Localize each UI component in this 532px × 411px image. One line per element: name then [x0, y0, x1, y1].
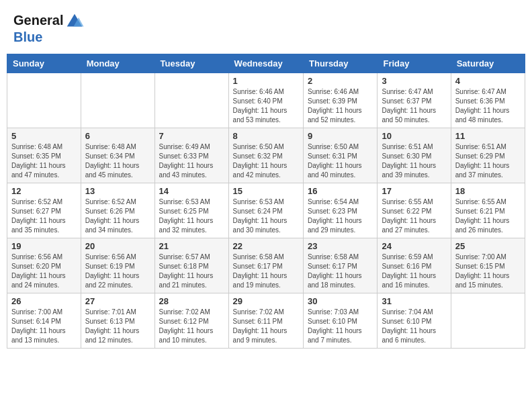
weekday-header-tuesday: Tuesday	[154, 54, 228, 73]
day-number: 10	[382, 131, 446, 141]
calendar-day-cell: 17Sunrise: 6:55 AM Sunset: 6:22 PM Dayli…	[378, 183, 451, 238]
day-info: Sunrise: 6:57 AM Sunset: 6:18 PM Dayligh…	[159, 253, 224, 290]
calendar-day-cell: 15Sunrise: 6:53 AM Sunset: 6:24 PM Dayli…	[228, 183, 303, 238]
weekday-header-wednesday: Wednesday	[228, 54, 303, 73]
calendar-day-cell: 16Sunrise: 6:54 AM Sunset: 6:23 PM Dayli…	[304, 183, 378, 238]
day-number: 25	[455, 241, 521, 251]
day-number: 30	[308, 296, 373, 306]
calendar-day-cell: 23Sunrise: 6:58 AM Sunset: 6:17 PM Dayli…	[304, 238, 378, 293]
page-header: General Blue	[7, 7, 525, 47]
empty-cell	[81, 73, 154, 128]
day-number: 2	[308, 76, 373, 86]
day-number: 19	[11, 241, 77, 251]
calendar-day-cell: 28Sunrise: 7:02 AM Sunset: 6:12 PM Dayli…	[154, 293, 228, 349]
day-number: 7	[159, 131, 224, 141]
day-number: 9	[308, 131, 373, 141]
calendar-day-cell: 18Sunrise: 6:55 AM Sunset: 6:21 PM Dayli…	[451, 183, 525, 238]
empty-cell	[7, 73, 81, 128]
weekday-header-thursday: Thursday	[304, 54, 378, 73]
day-info: Sunrise: 7:02 AM Sunset: 6:11 PM Dayligh…	[233, 308, 299, 345]
calendar-day-cell: 26Sunrise: 7:00 AM Sunset: 6:14 PM Dayli…	[7, 293, 81, 349]
day-number: 22	[233, 241, 299, 251]
calendar-day-cell: 10Sunrise: 6:51 AM Sunset: 6:30 PM Dayli…	[378, 128, 451, 183]
day-number: 18	[455, 186, 521, 196]
day-number: 12	[11, 186, 77, 196]
calendar-week-row: 5Sunrise: 6:48 AM Sunset: 6:35 PM Daylig…	[7, 128, 525, 183]
calendar-day-cell: 7Sunrise: 6:49 AM Sunset: 6:33 PM Daylig…	[154, 128, 228, 183]
weekday-header-friday: Friday	[378, 54, 451, 73]
day-info: Sunrise: 6:48 AM Sunset: 6:34 PM Dayligh…	[85, 142, 150, 180]
logo: General Blue	[13, 10, 85, 44]
weekday-header-monday: Monday	[81, 54, 154, 73]
calendar-day-cell: 6Sunrise: 6:48 AM Sunset: 6:34 PM Daylig…	[81, 128, 154, 183]
calendar-day-cell: 4Sunrise: 6:47 AM Sunset: 6:36 PM Daylig…	[451, 73, 525, 128]
day-number: 3	[382, 76, 446, 86]
day-info: Sunrise: 6:59 AM Sunset: 6:16 PM Dayligh…	[382, 253, 446, 290]
day-info: Sunrise: 6:55 AM Sunset: 6:22 PM Dayligh…	[382, 197, 446, 235]
day-number: 8	[233, 131, 299, 141]
logo-icon	[64, 10, 85, 30]
calendar-day-cell: 20Sunrise: 6:56 AM Sunset: 6:19 PM Dayli…	[81, 238, 154, 293]
empty-cell	[451, 293, 525, 349]
empty-cell	[154, 73, 228, 128]
day-info: Sunrise: 7:02 AM Sunset: 6:12 PM Dayligh…	[159, 308, 224, 345]
calendar-table: SundayMondayTuesdayWednesdayThursdayFrid…	[7, 54, 525, 349]
day-info: Sunrise: 7:00 AM Sunset: 6:15 PM Dayligh…	[455, 253, 521, 290]
logo-text-blue: Blue	[13, 30, 85, 44]
day-info: Sunrise: 6:51 AM Sunset: 6:30 PM Dayligh…	[382, 142, 446, 180]
day-number: 16	[308, 186, 373, 196]
calendar-day-cell: 12Sunrise: 6:52 AM Sunset: 6:27 PM Dayli…	[7, 183, 81, 238]
calendar-week-row: 12Sunrise: 6:52 AM Sunset: 6:27 PM Dayli…	[7, 183, 525, 238]
day-number: 29	[233, 296, 299, 306]
day-info: Sunrise: 6:47 AM Sunset: 6:37 PM Dayligh…	[382, 87, 446, 125]
day-info: Sunrise: 6:47 AM Sunset: 6:36 PM Dayligh…	[455, 87, 521, 125]
calendar-day-cell: 21Sunrise: 6:57 AM Sunset: 6:18 PM Dayli…	[154, 238, 228, 293]
day-info: Sunrise: 6:53 AM Sunset: 6:25 PM Dayligh…	[159, 197, 224, 235]
calendar-day-cell: 9Sunrise: 6:50 AM Sunset: 6:31 PM Daylig…	[304, 128, 378, 183]
day-number: 26	[11, 296, 77, 306]
day-number: 23	[308, 241, 373, 251]
day-info: Sunrise: 7:01 AM Sunset: 6:13 PM Dayligh…	[85, 308, 150, 345]
day-number: 4	[455, 76, 521, 86]
calendar-week-row: 19Sunrise: 6:56 AM Sunset: 6:20 PM Dayli…	[7, 238, 525, 293]
calendar-day-cell: 11Sunrise: 6:51 AM Sunset: 6:29 PM Dayli…	[451, 128, 525, 183]
day-info: Sunrise: 6:56 AM Sunset: 6:20 PM Dayligh…	[11, 253, 77, 290]
day-info: Sunrise: 6:52 AM Sunset: 6:27 PM Dayligh…	[11, 197, 77, 235]
weekday-header-row: SundayMondayTuesdayWednesdayThursdayFrid…	[7, 54, 525, 73]
day-info: Sunrise: 6:58 AM Sunset: 6:17 PM Dayligh…	[308, 253, 373, 290]
day-number: 5	[11, 131, 77, 141]
logo-text-general: General	[13, 13, 63, 28]
day-number: 27	[85, 296, 150, 306]
calendar-day-cell: 30Sunrise: 7:03 AM Sunset: 6:10 PM Dayli…	[304, 293, 378, 349]
day-number: 31	[382, 296, 446, 306]
calendar-day-cell: 2Sunrise: 6:46 AM Sunset: 6:39 PM Daylig…	[304, 73, 378, 128]
day-info: Sunrise: 6:50 AM Sunset: 6:32 PM Dayligh…	[233, 142, 299, 180]
calendar-day-cell: 22Sunrise: 6:58 AM Sunset: 6:17 PM Dayli…	[228, 238, 303, 293]
day-info: Sunrise: 7:00 AM Sunset: 6:14 PM Dayligh…	[11, 308, 77, 345]
calendar-day-cell: 27Sunrise: 7:01 AM Sunset: 6:13 PM Dayli…	[81, 293, 154, 349]
day-number: 28	[159, 296, 224, 306]
day-info: Sunrise: 6:55 AM Sunset: 6:21 PM Dayligh…	[455, 197, 521, 235]
day-number: 21	[159, 241, 224, 251]
day-info: Sunrise: 7:03 AM Sunset: 6:10 PM Dayligh…	[308, 308, 373, 345]
day-number: 20	[85, 241, 150, 251]
calendar-day-cell: 14Sunrise: 6:53 AM Sunset: 6:25 PM Dayli…	[154, 183, 228, 238]
calendar-day-cell: 1Sunrise: 6:46 AM Sunset: 6:40 PM Daylig…	[228, 73, 303, 128]
day-info: Sunrise: 6:53 AM Sunset: 6:24 PM Dayligh…	[233, 197, 299, 235]
calendar-day-cell: 3Sunrise: 6:47 AM Sunset: 6:37 PM Daylig…	[378, 73, 451, 128]
calendar-day-cell: 25Sunrise: 7:00 AM Sunset: 6:15 PM Dayli…	[451, 238, 525, 293]
day-info: Sunrise: 6:54 AM Sunset: 6:23 PM Dayligh…	[308, 197, 373, 235]
calendar-day-cell: 24Sunrise: 6:59 AM Sunset: 6:16 PM Dayli…	[378, 238, 451, 293]
calendar-day-cell: 29Sunrise: 7:02 AM Sunset: 6:11 PM Dayli…	[228, 293, 303, 349]
day-number: 6	[85, 131, 150, 141]
day-info: Sunrise: 6:50 AM Sunset: 6:31 PM Dayligh…	[308, 142, 373, 180]
day-number: 14	[159, 186, 224, 196]
calendar-day-cell: 19Sunrise: 6:56 AM Sunset: 6:20 PM Dayli…	[7, 238, 81, 293]
calendar-day-cell: 31Sunrise: 7:04 AM Sunset: 6:10 PM Dayli…	[378, 293, 451, 349]
day-info: Sunrise: 6:51 AM Sunset: 6:29 PM Dayligh…	[455, 142, 521, 180]
calendar-day-cell: 5Sunrise: 6:48 AM Sunset: 6:35 PM Daylig…	[7, 128, 81, 183]
weekday-header-saturday: Saturday	[451, 54, 525, 73]
day-number: 11	[455, 131, 521, 141]
weekday-header-sunday: Sunday	[7, 54, 81, 73]
day-info: Sunrise: 6:58 AM Sunset: 6:17 PM Dayligh…	[233, 253, 299, 290]
